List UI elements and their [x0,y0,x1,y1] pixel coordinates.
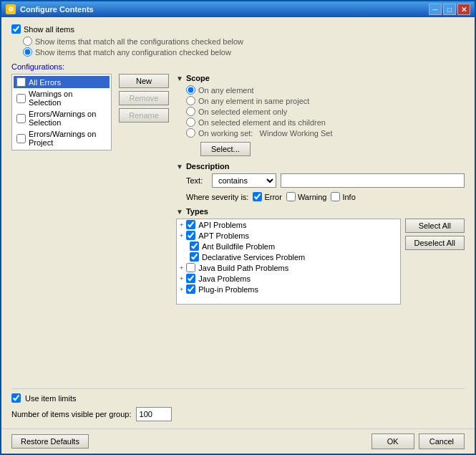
severity-error-label: Error [264,193,281,201]
titlebar-buttons: ─ □ ✕ [429,4,470,15]
type-label-java-build: Java Build Path Problems [198,264,288,272]
scope-selected-only-row: On selected element only [186,107,465,116]
expand-apt-icon[interactable]: + [180,232,183,239]
type-label-java: Java Problems [198,274,251,283]
scope-title: Scope [186,74,210,82]
config-check-errors-warnings-project[interactable] [16,134,26,143]
config-item-errors-warnings-selection[interactable]: Errors/Warnings on Selection [14,108,110,128]
severity-info-checkbox[interactable] [331,192,340,201]
ok-button[interactable]: OK [371,434,414,449]
config-item-all-errors[interactable]: All Errors [14,76,110,88]
scope-section: ▼ Scope On any element On any element in… [176,74,465,156]
severity-warning-label: Warning [298,193,327,201]
scope-working-set-label: On working set: Window Working Set [198,129,332,138]
type-check-apt[interactable] [186,231,195,240]
description-text-input[interactable] [281,173,465,188]
select-button[interactable]: Select... [200,142,251,156]
type-check-ant[interactable] [190,241,199,251]
match-all-radio[interactable] [23,37,32,46]
types-header: ▼ Types [176,207,465,216]
main-area: All Errors Warnings on Selection Errors/… [11,74,465,384]
config-check-warnings-selection[interactable] [16,94,26,103]
severity-warning-checkbox[interactable] [286,192,296,201]
types-title: Types [186,207,208,216]
description-arrow-icon: ▼ [176,163,183,171]
type-check-api[interactable] [186,220,195,229]
expand-java-build-icon[interactable]: + [180,264,183,272]
severity-info-label: Info [342,193,355,201]
cancel-button[interactable]: Cancel [419,434,465,449]
scope-any-row: On any element [186,85,465,95]
scope-any-radio[interactable] [186,85,195,95]
scope-selected-children-label: On selected element and its children [198,118,326,127]
expand-plugin-icon[interactable]: + [180,286,183,293]
window-title: Configure Contents [20,5,94,14]
deselect-all-button[interactable]: Deselect All [405,236,465,250]
num-items-label: Number of items visible per group: [11,410,132,418]
use-item-limits-checkbox[interactable] [11,393,21,403]
scope-header: ▼ Scope [176,74,465,82]
config-label-all-errors: All Errors [29,78,61,87]
type-item-apt: + APT Problems [177,230,400,241]
new-button[interactable]: New [119,74,169,88]
type-check-java-build[interactable] [186,263,195,272]
config-item-errors-warnings-project[interactable]: Errors/Warnings on Project [14,128,110,148]
scope-options: On any element On any element in same pr… [176,85,465,156]
show-all-label: Show all items [24,25,74,34]
radio-row-1: Show items that match all the configurat… [23,37,465,46]
minimize-button[interactable]: ─ [429,4,442,15]
show-all-checkbox[interactable] [11,24,21,34]
num-items-row: Number of items visible per group: [11,407,465,421]
types-action-buttons: Select All Deselect All [405,219,465,384]
restore-defaults-button[interactable]: Restore Defaults [11,434,89,449]
scope-working-set-row: On working set: Window Working Set [186,128,465,138]
remove-button[interactable]: Remove [119,91,169,105]
maximize-button[interactable]: □ [443,4,456,15]
select-all-button[interactable]: Select All [405,219,465,233]
match-any-label: Show items that match any configuration … [35,48,231,57]
description-text-label: Text: [186,176,208,185]
type-check-declarative[interactable] [190,252,199,262]
description-section: ▼ Description Text: contains starts with… [176,162,465,201]
rename-button[interactable]: Rename [119,108,169,123]
scope-working-set-radio[interactable] [186,128,195,138]
close-button[interactable]: ✕ [457,4,470,15]
scope-selected-children-radio[interactable] [186,118,195,127]
radio-section: Show items that match all the configurat… [23,37,465,58]
config-buttons: New Remove Rename [119,74,169,150]
left-panel: All Errors Warnings on Selection Errors/… [11,74,169,384]
scope-selected-only-radio[interactable] [186,107,195,116]
match-any-radio[interactable] [23,47,32,57]
scope-selected-only-label: On selected element only [198,107,287,116]
scope-same-project-radio[interactable] [186,96,195,105]
config-check-errors-warnings-selection[interactable] [16,114,26,123]
titlebar: ⚙ Configure Contents ─ □ ✕ [1,1,475,17]
severity-error-item: Error [253,192,281,201]
type-label-ant: Ant Buildfile Problem [202,242,275,251]
type-item-java: + Java Problems [177,273,400,284]
config-check-all-errors[interactable] [16,77,26,87]
expand-api-icon[interactable]: + [180,221,183,229]
match-all-label: Show items that match all the configurat… [35,37,243,46]
scope-same-project-label: On any element in same project [198,97,309,105]
description-title: Description [186,162,230,171]
scope-selected-children-row: On selected element and its children [186,118,465,127]
severity-error-checkbox[interactable] [253,192,262,201]
description-header: ▼ Description [176,162,465,171]
description-body: Text: contains starts with ends with mat… [176,173,465,201]
show-all-row: Show all items [11,24,465,34]
config-label-errors-warnings-selection: Errors/Warnings on Selection [29,110,107,127]
config-item-warnings-selection[interactable]: Warnings on Selection [14,88,110,108]
bottom-section: Use item limits Number of items visible … [11,388,465,421]
types-list: + API Problems + APT Problems [176,219,401,305]
expand-java-icon[interactable]: + [180,275,183,282]
config-label-warnings-selection: Warnings on Selection [29,90,107,107]
severity-info-item: Info [331,192,355,201]
type-check-plugin[interactable] [186,284,195,294]
type-label-apt: APT Problems [198,231,249,240]
type-check-java[interactable] [186,274,195,283]
description-text-select[interactable]: contains starts with ends with matches [212,173,276,188]
num-items-input[interactable] [136,407,172,421]
configure-contents-window: ⚙ Configure Contents ─ □ ✕ Show all item… [0,0,476,455]
config-list: All Errors Warnings on Selection Errors/… [11,74,112,150]
